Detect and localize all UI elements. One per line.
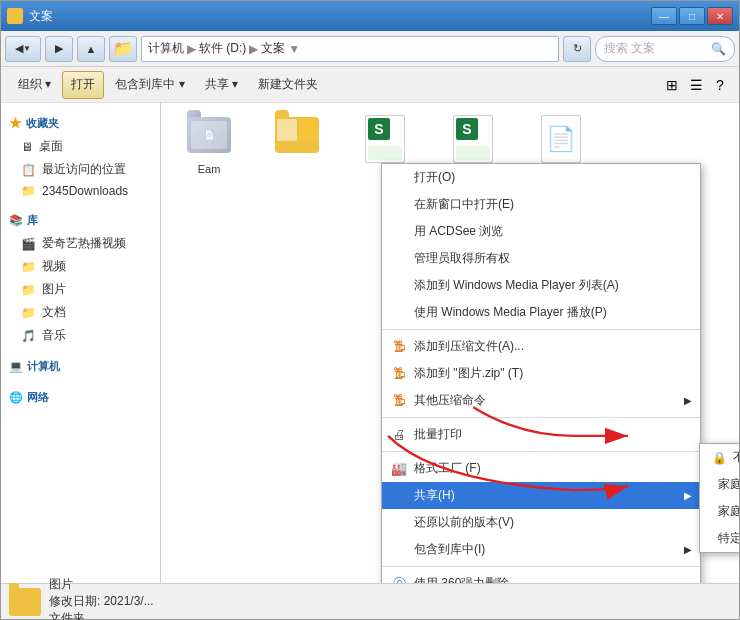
cm-wmp-add[interactable]: 添加到 Windows Media Player 列表(A) xyxy=(382,272,700,299)
video-icon: 📁 xyxy=(21,260,36,274)
cm-360-delete-label: 使用 360强力删除 xyxy=(414,575,509,583)
cm-more-compress-label: 其他压缩命令 xyxy=(414,392,486,409)
cm-acdsee-icon xyxy=(390,223,408,241)
breadcrumb-dropdown[interactable]: ▼ xyxy=(288,42,300,56)
favorites-header: ★ 收藏夹 xyxy=(1,111,160,135)
search-box[interactable]: 搜索 文案 🔍 xyxy=(595,36,735,62)
file-item-eam[interactable]: 📄 Eam xyxy=(169,111,249,179)
sm-homegroup-rw[interactable]: 家庭组(读取/写入) xyxy=(700,498,739,525)
help-button[interactable]: ? xyxy=(709,74,731,96)
sm-homegroup-read-label: 家庭组(读取) xyxy=(718,476,739,493)
refresh-button[interactable]: ↻ xyxy=(563,36,591,62)
open-label: 打开 xyxy=(71,76,95,93)
back-arrow-icon: ◀ xyxy=(15,42,23,55)
cm-admin-label: 管理员取得所有权 xyxy=(414,250,510,267)
library-header: 📚 库 xyxy=(1,209,160,232)
cm-compress-icon-1: 🗜 xyxy=(390,338,408,356)
back-button[interactable]: ◀ ▼ xyxy=(5,36,41,62)
cm-printer-icon: 🖨 xyxy=(390,426,408,444)
window: 文案 — □ ✕ ◀ ▼ ▶ ▲ 📁 计算机 ▶ 软件 (D:) ▶ 文案 ▼ … xyxy=(0,0,740,620)
sm-lock-icon: 🔒 xyxy=(712,451,727,465)
up-arrow-icon: ▲ xyxy=(86,43,97,55)
cm-wmp-play[interactable]: 使用 Windows Media Player 播放(P) xyxy=(382,299,700,326)
view-buttons: ⊞ ☰ ? xyxy=(661,74,731,96)
cm-wmp-add-label: 添加到 Windows Media Player 列表(A) xyxy=(414,277,619,294)
cm-batch-print[interactable]: 🖨 批量打印 xyxy=(382,421,700,448)
search-icon[interactable]: 🔍 xyxy=(711,42,726,56)
breadcrumb-drive[interactable]: 软件 (D:) xyxy=(199,40,246,57)
cm-sep-4 xyxy=(382,566,700,567)
cm-add-imgzip-label: 添加到 "图片.zip" (T) xyxy=(414,365,523,382)
sidebar-item-video[interactable]: 📁 视频 xyxy=(1,255,160,278)
cm-share-arrow: ▶ xyxy=(684,490,692,501)
iqiyi-icon: 🎬 xyxy=(21,237,36,251)
sm-specific-user[interactable]: 特定用户... xyxy=(700,525,739,552)
address-bar: ◀ ▼ ▶ ▲ 📁 计算机 ▶ 软件 (D:) ▶ 文案 ▼ ↻ 搜索 文案 🔍 xyxy=(1,31,739,67)
cm-factory[interactable]: 🏭 格式工厂 (F) xyxy=(382,455,700,482)
cm-open-new-window[interactable]: 在新窗口中打开(E) xyxy=(382,191,700,218)
file-list: 📄 Eam xyxy=(161,103,739,583)
minimize-button[interactable]: — xyxy=(651,7,677,25)
window-icon xyxy=(7,8,23,24)
downloads-label: 2345Downloads xyxy=(42,184,128,198)
share-submenu[interactable]: 🔒 不共享 家庭组(读取) 家庭组(读取/写入) 特定用户... xyxy=(699,443,739,553)
view-grid-button[interactable]: ⊞ xyxy=(661,74,683,96)
sidebar-item-recent[interactable]: 📋 最近访问的位置 xyxy=(1,158,160,181)
cm-include-library-arrow: ▶ xyxy=(684,544,692,555)
status-name: 图片 xyxy=(49,576,154,593)
close-button[interactable]: ✕ xyxy=(707,7,733,25)
cm-open[interactable]: 打开(O) xyxy=(382,164,700,191)
sidebar-item-pictures[interactable]: 📁 图片 xyxy=(1,278,160,301)
include-library-button[interactable]: 包含到库中 ▾ xyxy=(106,71,193,99)
new-folder-button[interactable]: 新建文件夹 xyxy=(249,71,327,99)
star-icon: ★ xyxy=(9,115,22,131)
sidebar-item-music[interactable]: 🎵 音乐 xyxy=(1,324,160,347)
cm-include-library-label: 包含到库中(I) xyxy=(414,541,485,558)
cm-share[interactable]: 共享(H) ▶ xyxy=(382,482,700,509)
sidebar-item-documents[interactable]: 📁 文档 xyxy=(1,301,160,324)
cm-more-compress-arrow: ▶ xyxy=(684,395,692,406)
cm-add-zip[interactable]: 🗜 添加到压缩文件(A)... xyxy=(382,333,700,360)
cm-wmp-play-icon xyxy=(390,304,408,322)
status-bar: 图片 修改日期: 2021/3/... 文件夹 xyxy=(1,583,739,619)
cm-more-compress[interactable]: 🗜 其他压缩命令 ▶ xyxy=(382,387,700,414)
open-button[interactable]: 打开 xyxy=(62,71,104,99)
context-menu[interactable]: 打开(O) 在新窗口中打开(E) 用 ACDSee 浏览 管理员取得所有权 xyxy=(381,163,701,583)
maximize-button[interactable]: □ xyxy=(679,7,705,25)
file-icon-2 xyxy=(273,115,321,163)
sm-no-share[interactable]: 🔒 不共享 xyxy=(700,444,739,471)
sidebar-item-desktop[interactable]: 🖥 桌面 xyxy=(1,135,160,158)
folder-icon-btn: 📁 xyxy=(109,36,137,62)
breadcrumb-computer[interactable]: 计算机 xyxy=(148,40,184,57)
view-list-button[interactable]: ☰ xyxy=(685,74,707,96)
breadcrumb-folder[interactable]: 文案 xyxy=(261,40,285,57)
breadcrumb-sep-1: ▶ xyxy=(187,42,196,56)
downloads-icon: 📁 xyxy=(21,184,36,198)
file-item-2[interactable] xyxy=(257,111,337,179)
desktop-icon: 🖥 xyxy=(21,140,33,154)
file-icon-3: S xyxy=(361,115,409,163)
cm-factory-icon: 🏭 xyxy=(390,460,408,478)
organize-button[interactable]: 组织 ▾ xyxy=(9,71,60,99)
cm-360-delete[interactable]: ⓪ 使用 360强力删除 xyxy=(382,570,700,583)
recent-icon: 📋 xyxy=(21,163,36,177)
organize-label: 组织 ▾ xyxy=(18,76,51,93)
cm-admin[interactable]: 管理员取得所有权 xyxy=(382,245,700,272)
sm-specific-user-label: 特定用户... xyxy=(718,530,739,547)
cm-include-library[interactable]: 包含到库中(I) ▶ xyxy=(382,536,700,563)
breadcrumb[interactable]: 计算机 ▶ 软件 (D:) ▶ 文案 ▼ xyxy=(141,36,559,62)
cm-restore[interactable]: 还原以前的版本(V) xyxy=(382,509,700,536)
up-button[interactable]: ▲ xyxy=(77,36,105,62)
library-label: 库 xyxy=(27,213,38,228)
sidebar-item-downloads[interactable]: 📁 2345Downloads xyxy=(1,181,160,201)
status-date: 修改日期: 2021/3/... xyxy=(49,593,154,610)
status-info: 图片 修改日期: 2021/3/... 文件夹 xyxy=(49,576,154,620)
cm-acdsee[interactable]: 用 ACDSee 浏览 xyxy=(382,218,700,245)
forward-button[interactable]: ▶ xyxy=(45,36,73,62)
file-icon-4: S xyxy=(449,115,497,163)
sm-homegroup-read[interactable]: 家庭组(读取) xyxy=(700,471,739,498)
cm-add-imgzip[interactable]: 🗜 添加到 "图片.zip" (T) xyxy=(382,360,700,387)
cm-add-zip-label: 添加到压缩文件(A)... xyxy=(414,338,524,355)
share-button[interactable]: 共享 ▾ xyxy=(196,71,247,99)
sidebar-item-iqiyi[interactable]: 🎬 爱奇艺热播视频 xyxy=(1,232,160,255)
